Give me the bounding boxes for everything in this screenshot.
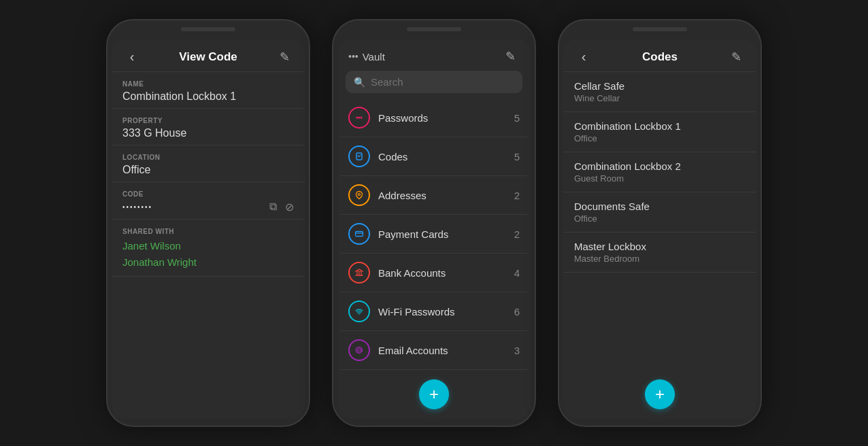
code-field: CODE •••••••• ⧉ ⊘ [112, 182, 305, 220]
dots-icon: ••• [348, 51, 358, 62]
menu-item-passwords[interactable]: Passwords 5 [340, 99, 528, 137]
code-name-cellar: Cellar Safe [574, 80, 746, 92]
code-name-lockbox2: Combination Lockbox 2 [574, 160, 746, 172]
phone-1: ‹ View Code ✎ NAME Combination Lockbox 1… [106, 19, 310, 427]
codes-label: Codes [378, 151, 514, 162]
vault-title: Vault [363, 51, 385, 63]
property-value: 333 G House [122, 127, 294, 139]
code-location-documents: Office [574, 213, 746, 224]
edit-button-1[interactable]: ✎ [275, 50, 294, 65]
eye-off-icon[interactable]: ⊘ [285, 201, 294, 213]
codes-list: Cellar Safe Wine Cellar Combination Lock… [563, 72, 756, 373]
location-value: Office [122, 164, 294, 176]
payment-count: 2 [514, 228, 520, 240]
menu-item-addresses[interactable]: Addresses 2 [340, 176, 528, 215]
addresses-count: 2 [514, 190, 520, 201]
property-field: PROPERTY 333 G House [112, 109, 305, 145]
bank-count: 4 [514, 267, 520, 279]
bank-label: Bank Accounts [378, 267, 514, 279]
code-location-lockbox2: Guest Room [574, 173, 746, 184]
phone-notch-3 [633, 27, 687, 31]
edit-button-3[interactable]: ✎ [727, 50, 746, 65]
code-location-master: Master Bedroom [574, 254, 746, 264]
svg-point-0 [356, 117, 358, 119]
payment-label: Payment Cards [378, 228, 514, 240]
codes-icon [348, 145, 370, 167]
code-actions: ⧉ ⊘ [269, 201, 294, 213]
menu-item-wifi[interactable]: Wi-Fi Passwords 6 [340, 292, 528, 331]
back-button[interactable]: ‹ [122, 49, 141, 65]
code-item-lockbox2[interactable]: Combination Lockbox 2 Guest Room [563, 152, 756, 192]
code-name-documents: Documents Safe [574, 201, 746, 212]
shared-user-1[interactable]: Janet Wilson [122, 238, 294, 254]
screen-3: ‹ Codes ✎ Cellar Safe Wine Cellar Combin… [563, 39, 756, 419]
menu-item-email[interactable]: Email Accounts 3 [340, 331, 528, 370]
wifi-icon [348, 301, 370, 322]
addresses-icon [348, 184, 370, 206]
search-icon: 🔍 [354, 77, 365, 88]
screen-2: ••• Vault ✎ 🔍 Passwords 5 [337, 39, 531, 419]
email-label: Email Accounts [378, 345, 514, 356]
code-item-lockbox1[interactable]: Combination Lockbox 1 Office [563, 112, 756, 152]
fab-area-3: + [563, 373, 756, 419]
location-label: LOCATION [122, 154, 294, 161]
bank-icon [348, 262, 370, 284]
svg-point-4 [358, 194, 361, 196]
passwords-count: 5 [514, 112, 520, 124]
vault-header: ••• Vault ✎ [337, 39, 531, 71]
svg-point-10 [358, 313, 360, 315]
phone-3: ‹ Codes ✎ Cellar Safe Wine Cellar Combin… [558, 19, 762, 427]
screen-1: ‹ View Code ✎ NAME Combination Lockbox 1… [112, 39, 305, 419]
phone-notch-2 [407, 27, 461, 31]
vault-title-row: ••• Vault [348, 51, 385, 63]
code-label: CODE [122, 190, 294, 198]
wifi-label: Wi-Fi Passwords [378, 306, 514, 318]
page-title-1: View Code [141, 50, 275, 64]
name-field: NAME Combination Lockbox 1 [112, 72, 305, 109]
edit-button-2[interactable]: ✎ [501, 49, 520, 64]
search-input[interactable] [371, 76, 514, 88]
passwords-label: Passwords [378, 112, 514, 124]
svg-point-12 [358, 349, 360, 351]
addresses-label: Addresses [378, 190, 514, 201]
add-button-2[interactable]: + [419, 379, 449, 409]
phone-2: ••• Vault ✎ 🔍 Passwords 5 [332, 19, 536, 427]
copy-icon[interactable]: ⧉ [269, 201, 277, 213]
code-name-lockbox1: Combination Lockbox 1 [574, 120, 746, 132]
header-1: ‹ View Code ✎ [112, 39, 305, 72]
name-label: NAME [122, 80, 294, 88]
payment-icon [348, 223, 370, 245]
code-location-lockbox1: Office [574, 133, 746, 143]
passwords-icon [348, 107, 370, 128]
menu-item-bank[interactable]: Bank Accounts 4 [340, 254, 528, 292]
location-field: LOCATION Office [112, 145, 305, 182]
phone-notch-1 [181, 27, 235, 31]
menu-item-payment[interactable]: Payment Cards 2 [340, 215, 528, 254]
code-location-cellar: Wine Cellar [574, 93, 746, 103]
code-value: •••••••• [122, 203, 152, 211]
shared-label: SHARED WITH [122, 228, 294, 235]
page-title-3: Codes [593, 50, 727, 64]
wifi-count: 6 [514, 306, 520, 318]
fab-area-2: + [337, 373, 531, 419]
svg-point-2 [361, 117, 363, 119]
code-item-master[interactable]: Master Lockbox Master Bedroom [563, 233, 756, 273]
email-count: 3 [514, 345, 520, 356]
name-value: Combination Lockbox 1 [122, 90, 294, 103]
search-bar[interactable]: 🔍 [346, 71, 522, 93]
shared-user-2[interactable]: Jonathan Wright [122, 254, 294, 271]
header-3: ‹ Codes ✎ [563, 39, 756, 72]
svg-point-1 [358, 117, 361, 119]
code-item-documents[interactable]: Documents Safe Office [563, 192, 756, 233]
svg-rect-5 [356, 232, 363, 237]
codes-count: 5 [514, 151, 520, 162]
back-button-3[interactable]: ‹ [574, 49, 593, 65]
menu-list: Passwords 5 Codes 5 [337, 99, 531, 373]
add-button-3[interactable]: + [645, 379, 675, 409]
email-icon [348, 339, 370, 361]
code-name-master: Master Lockbox [574, 241, 746, 252]
code-row: •••••••• ⧉ ⊘ [122, 201, 294, 213]
shared-field: SHARED WITH Janet Wilson Jonathan Wright [112, 220, 305, 277]
menu-item-codes[interactable]: Codes 5 [340, 137, 528, 176]
code-item-cellar[interactable]: Cellar Safe Wine Cellar [563, 72, 756, 112]
